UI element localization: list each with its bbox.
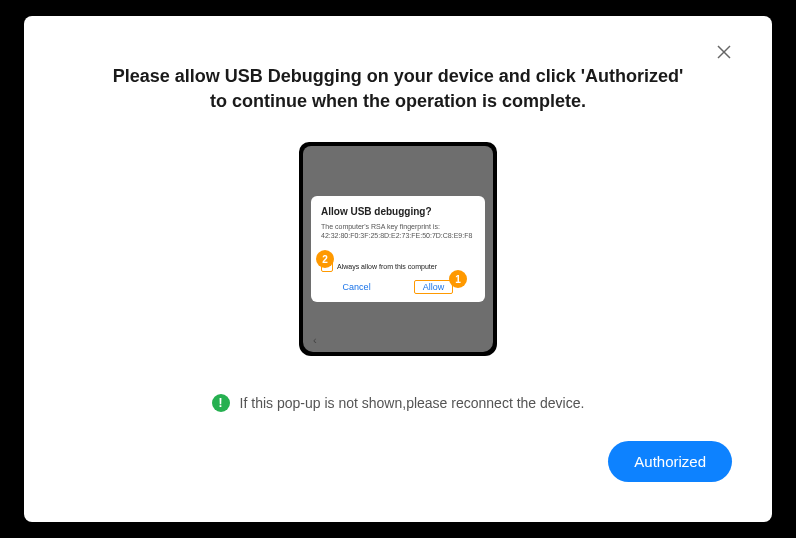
dialog-cancel: Cancel — [343, 282, 371, 292]
dialog-subtitle: The computer's RSA key fingerprint is: — [321, 223, 475, 231]
exclamation-icon: ! — [212, 394, 230, 412]
dialog-allow: Allow — [414, 280, 454, 294]
authorized-button[interactable]: Authorized — [608, 441, 732, 482]
phone-frame: Allow USB debugging? The computer's RSA … — [299, 142, 497, 356]
phone-screen: Allow USB debugging? The computer's RSA … — [303, 146, 493, 352]
modal-title: Please allow USB Debugging on your devic… — [108, 64, 688, 114]
dialog-title: Allow USB debugging? — [321, 206, 475, 217]
back-chevron-icon: ‹ — [313, 334, 317, 346]
authorization-modal: Please allow USB Debugging on your devic… — [24, 16, 772, 522]
checkbox-label: Always allow from this computer — [337, 263, 437, 270]
always-allow-row: Always allow from this computer — [321, 260, 475, 272]
close-icon[interactable] — [716, 44, 732, 60]
warning-row: ! If this pop-up is not shown,please rec… — [64, 394, 732, 412]
rsa-fingerprint: 42:32:80:F0:3F:25:8D:E2:73:FE:50:7D:C8:E… — [321, 232, 475, 240]
warning-text: If this pop-up is not shown,please recon… — [240, 395, 585, 411]
phone-illustration: Allow USB debugging? The computer's RSA … — [64, 142, 732, 356]
